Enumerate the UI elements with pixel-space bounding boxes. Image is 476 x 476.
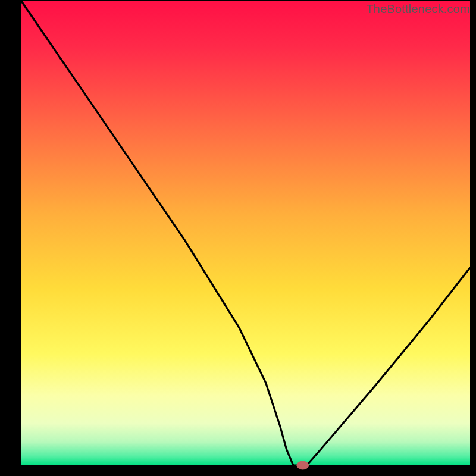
optimum-marker <box>297 461 309 469</box>
chart-svg <box>0 0 476 476</box>
attribution-text: TheBottleneck.com <box>366 2 470 16</box>
plot-background <box>21 1 470 465</box>
bottleneck-chart: TheBottleneck.com <box>0 0 476 476</box>
